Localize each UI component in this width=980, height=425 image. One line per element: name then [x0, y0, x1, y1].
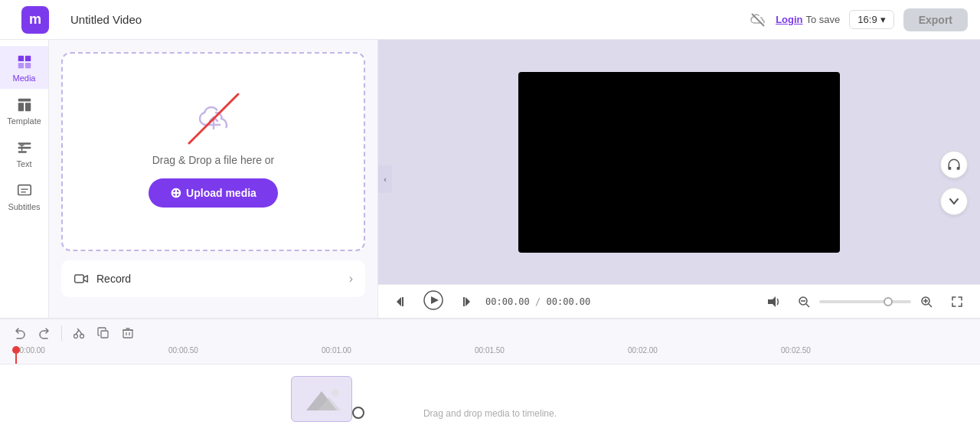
svg-rect-7: [24, 103, 30, 111]
copy-icon: [97, 327, 109, 339]
fullscreen-icon: [951, 296, 963, 308]
zoom-in-icon: [920, 296, 933, 308]
current-time: 00:00.00 / 00:00.00: [485, 296, 590, 307]
ruler-mark-5: 00:02.50: [781, 346, 811, 355]
svg-rect-5: [18, 99, 31, 102]
export-button[interactable]: Export: [903, 8, 968, 31]
svg-rect-6: [18, 103, 23, 111]
sidebar-item-template[interactable]: Template: [0, 89, 48, 132]
toolbar-row: [0, 319, 980, 346]
preview-area: ‹: [378, 40, 980, 318]
delete-button[interactable]: [117, 322, 139, 344]
video-preview: [518, 72, 840, 253]
aspect-ratio-button[interactable]: 16:9 ▾: [849, 10, 893, 29]
svg-rect-35: [101, 331, 108, 338]
volume-button[interactable]: [763, 291, 784, 312]
record-row[interactable]: Record ›: [61, 260, 365, 297]
toolbar-divider: [61, 325, 62, 341]
zoom-control: [793, 291, 937, 312]
upload-icon-container: [191, 96, 237, 142]
upload-media-button[interactable]: ⊕ Upload media: [149, 178, 278, 208]
collapse-panel-button[interactable]: ‹: [378, 165, 392, 193]
skip-forward-button[interactable]: [455, 291, 476, 312]
skip-forward-icon: [459, 296, 472, 308]
timeline-drag-hint: Drag and drop media to timeline.: [423, 408, 557, 419]
svg-rect-14: [949, 167, 952, 170]
cut-button[interactable]: [68, 322, 90, 344]
subtitles-icon: [16, 182, 33, 199]
zoom-in-button[interactable]: [916, 291, 937, 312]
record-label: Record: [96, 273, 131, 285]
svg-rect-9: [18, 185, 31, 195]
login-text: To save: [806, 14, 841, 25]
zoom-out-button[interactable]: [793, 291, 815, 312]
right-controls: [940, 151, 968, 215]
timeline-ruler: 00:00.00 00:00.50 00:01.00 00:01.50 00:0…: [0, 346, 980, 365]
template-icon: [16, 96, 33, 113]
svg-rect-13: [75, 275, 84, 283]
record-left: Record: [74, 271, 131, 286]
headphone-button[interactable]: [940, 151, 968, 178]
plus-icon: ⊕: [170, 186, 181, 200]
cloud-upload-icon: [191, 96, 237, 142]
copy-button[interactable]: [93, 322, 114, 344]
sidebar-label-text: Text: [16, 159, 31, 168]
svg-marker-22: [768, 296, 776, 307]
sidebar-item-text[interactable]: T Text: [0, 132, 48, 175]
main-area: Media Template T Text Subtitles: [0, 40, 980, 318]
undo-icon: [14, 327, 26, 339]
svg-point-30: [74, 334, 78, 338]
cut-icon: [73, 327, 85, 339]
upload-area: Drag & Drop a file here or ⊕ Upload medi…: [61, 52, 365, 251]
playback-bar: 00:00.00 / 00:00.00: [378, 284, 980, 318]
media-panel: Drag & Drop a file here or ⊕ Upload medi…: [49, 40, 378, 318]
fullscreen-button[interactable]: [946, 291, 968, 312]
sidebar-item-media[interactable]: Media: [0, 46, 48, 89]
play-button[interactable]: [421, 289, 446, 314]
zoom-thumb: [884, 297, 893, 306]
scroll-down-button[interactable]: [940, 188, 968, 215]
zoom-out-icon: [798, 296, 810, 308]
sidebar-item-subtitles[interactable]: Subtitles: [0, 175, 48, 217]
sidebar: Media Template T Text Subtitles: [0, 40, 49, 318]
chevron-down-icon: [949, 196, 959, 207]
sidebar-label-subtitles: Subtitles: [8, 202, 40, 211]
login-link[interactable]: Login: [776, 14, 802, 25]
media-icon: [16, 54, 33, 70]
sidebar-label-media: Media: [13, 74, 36, 83]
svg-text:T: T: [19, 144, 24, 152]
app-logo: m: [21, 6, 49, 34]
redo-button[interactable]: [34, 322, 55, 344]
playhead-dot: [12, 346, 20, 354]
skip-back-button[interactable]: [390, 291, 412, 312]
top-center: Untitled Video: [58, 13, 750, 26]
login-area: Login To save: [776, 14, 840, 25]
cloud-slash-icon: [750, 13, 766, 27]
ruler-mark-1: 00:00.50: [168, 346, 198, 355]
svg-marker-20: [466, 297, 470, 306]
timeline-clip[interactable]: [291, 376, 352, 422]
top-right: Login To save 16:9 ▾ Export: [750, 8, 968, 31]
logo-area: m: [12, 6, 58, 34]
headphone-icon: [947, 158, 961, 172]
delete-icon: [122, 327, 134, 339]
svg-rect-3: [18, 63, 23, 68]
record-camera-icon: [74, 271, 89, 286]
play-icon: [423, 290, 443, 310]
redo-icon: [38, 327, 51, 339]
svg-marker-16: [397, 297, 401, 306]
drag-drop-text: Drag & Drop a file here or: [152, 154, 275, 166]
chevron-down-icon: ▾: [880, 14, 886, 25]
timeline-cursor: [352, 407, 364, 419]
svg-rect-2: [24, 56, 30, 61]
svg-line-34: [77, 329, 79, 330]
svg-line-32: [76, 330, 79, 335]
ruler-mark-2: 00:01.00: [322, 346, 351, 355]
text-icon: T: [16, 139, 33, 156]
svg-line-24: [806, 304, 809, 307]
undo-button[interactable]: [9, 322, 31, 344]
video-title: Untitled Video: [70, 13, 142, 26]
ruler-mark-4: 00:02.00: [628, 346, 658, 355]
svg-marker-19: [431, 296, 439, 304]
zoom-slider[interactable]: [819, 300, 911, 303]
